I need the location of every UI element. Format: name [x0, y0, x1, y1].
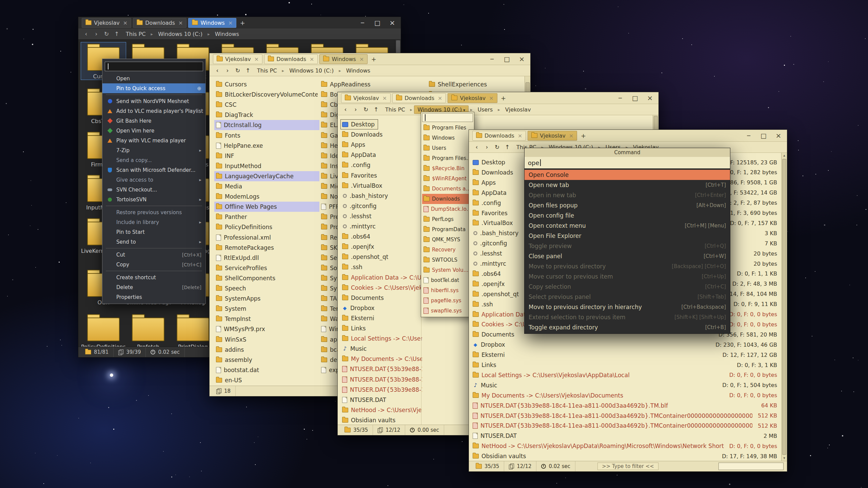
back-button[interactable]	[82, 30, 91, 37]
list-item[interactable]: ShellExperiences	[427, 79, 530, 89]
list-item[interactable]: BitLockerDiscoveryVolumeContents	[214, 89, 319, 100]
command-extend-selection-to-previous-item[interactable]: Extend selection to previous item[Shift+…	[525, 312, 730, 322]
tab-vjekoslav[interactable]: Vjekoslav	[448, 93, 497, 103]
list-item[interactable]: Cursors	[214, 79, 319, 89]
tree-item[interactable]: Eksterni	[340, 313, 424, 323]
command-toggle-expand-directory[interactable]: Toggle expand directory[Ctrl+B]	[525, 322, 730, 332]
command-open-in-new-tab[interactable]: Open in new tab[Ctrl+Enter]	[525, 190, 730, 200]
list-item[interactable]: LanguageOverlayCache	[214, 171, 319, 181]
tree-item[interactable]: .minttyrc	[340, 221, 424, 231]
command-open-config-file[interactable]: Open config file	[525, 210, 730, 221]
dropdown-item-dumpstack-log-tmp[interactable]: DumpStack.log.tmp	[422, 204, 473, 214]
tree-item[interactable]: ◆Dropbox	[340, 303, 424, 313]
tree-item[interactable]: Desktop	[340, 119, 378, 129]
command-move-to-previous-directory[interactable]: Move to previous directory[Backspace] [C…	[525, 261, 730, 271]
tree-item[interactable]: .ssh	[340, 262, 424, 272]
tab-close-icon[interactable]	[438, 95, 442, 101]
list-item[interactable]: System	[214, 304, 319, 314]
back-button[interactable]	[472, 144, 481, 150]
minimize-button[interactable]	[357, 19, 368, 27]
command-open-new-tab[interactable]: Open new tab[Ctrl+T]	[525, 180, 730, 190]
menu-item-svn-checkout[interactable]: SVN Checkout...	[102, 185, 205, 195]
list-item[interactable]: NetHood -> C:\Users\Vjekoslav\AppData\Ro…	[471, 441, 779, 451]
dropdown-item-pagefile-sys[interactable]: pagefile.sys	[422, 296, 473, 306]
tree-item[interactable]: .lesshst	[340, 211, 424, 221]
list-item[interactable]: Local Settings -> C:\Users\Vjekoslav\App…	[471, 370, 779, 380]
list-item[interactable]: ServiceProfiles	[214, 263, 319, 273]
tree-item[interactable]: NTUSER.DAT{53b39e88-18c4-11ea-a811-000d3…	[340, 374, 424, 385]
menu-item-7-zip[interactable]: 7-Zip	[102, 145, 205, 155]
new-tab-button[interactable]	[499, 94, 508, 102]
list-item[interactable]: DtcInstall.log	[214, 120, 319, 130]
tree-item[interactable]: Apps	[340, 140, 424, 150]
dropdown-item-windows[interactable]: Windows	[422, 133, 473, 143]
list-item[interactable]: NTUSER.DAT{53b39e88-18c4-11ea-a811-000d3…	[471, 411, 779, 421]
scrollbar[interactable]: ▴ ▾	[781, 153, 787, 461]
menu-item-include-in-library[interactable]: Include in library	[102, 217, 205, 227]
tab-close-icon[interactable]	[228, 20, 233, 26]
menu-item-send-to[interactable]: Send to	[102, 237, 205, 247]
folder-item[interactable]: PolicyDefinitions	[81, 313, 126, 347]
dropdown-filter-input[interactable]	[422, 113, 473, 122]
command-close-panel[interactable]: Close panel[Ctrl+W]	[525, 251, 730, 261]
dropdown-item-winreagent[interactable]: $WinREAgent	[422, 174, 473, 184]
tab-vjekoslav[interactable]: Vjekoslav	[341, 93, 391, 103]
menu-item-open[interactable]: Open	[102, 74, 205, 83]
up-button[interactable]	[372, 106, 380, 113]
list-item[interactable]: CSC	[214, 100, 319, 110]
palette-query-input[interactable]: ope	[525, 157, 730, 169]
tree-item[interactable]: NTUSER.DAT	[340, 395, 424, 405]
up-button[interactable]	[112, 30, 121, 37]
list-item[interactable]: NTUSER.DAT{53b39e88-18c4-11ea-a811-000d3…	[471, 401, 779, 411]
refresh-button[interactable]	[493, 144, 501, 150]
close-button[interactable]	[517, 55, 527, 63]
list-item[interactable]: ♪MusicD: 0, F: 1, 504 bytes	[471, 380, 779, 390]
list-item[interactable]: SystemApps	[214, 293, 319, 304]
command-move-cursor-to-previous-item[interactable]: Move cursor to previous item[Ctrl+Up]	[525, 271, 730, 282]
menu-item-open-vim-here[interactable]: Open Vim here	[102, 126, 205, 136]
breadcrumb-this-pc[interactable]: This PC	[122, 30, 149, 38]
forward-button[interactable]	[223, 67, 232, 74]
list-item[interactable]: en-US	[214, 375, 319, 385]
list-item[interactable]: Media	[214, 181, 319, 191]
menu-item-git-bash-here[interactable]: Git Bash Here	[102, 116, 205, 126]
list-item[interactable]: INF	[214, 151, 319, 161]
list-item[interactable]: assembly	[214, 355, 319, 365]
tree-item[interactable]: .openjfx	[340, 242, 424, 252]
menu-item-scan-with-microsoft-defender[interactable]: Scan with Microsoft Defender...	[102, 165, 205, 175]
folder-item[interactable]: PrintDialog	[171, 313, 215, 347]
tree-item[interactable]: NTUSER.DAT{53b39e88-18c4-11ea-a811-000d3…	[340, 364, 424, 374]
dropdown-item-swtools[interactable]: SWTOOLS	[422, 255, 473, 265]
menu-item-give-access-to[interactable]: Give access to	[102, 175, 205, 185]
maximize-button[interactable]	[630, 94, 640, 102]
tree-item[interactable]: .VirtualBox	[340, 181, 424, 191]
tree-item[interactable]: NetHood -> C:\Users\Vjekoslav\AppData\Ro…	[340, 405, 424, 415]
scroll-down-icon[interactable]: ▾	[782, 455, 787, 461]
forward-button[interactable]	[482, 144, 491, 150]
list-item[interactable]: bootstat.dat	[214, 365, 319, 375]
forward-button[interactable]	[351, 106, 360, 113]
list-item[interactable]: PolicyDefinitions	[214, 222, 319, 232]
menu-item-tortoisesvn[interactable]: TortoiseSVN	[102, 195, 205, 204]
tree-item[interactable]: NTUSER.DAT{53b39e88-18c4-11ea-a811-000d3…	[340, 385, 424, 395]
breadcrumb-users[interactable]: Users	[474, 105, 496, 114]
tree-item[interactable]: Application Data -> C:\Users\Vjekoslav\A…	[340, 272, 424, 283]
close-button[interactable]	[773, 131, 784, 140]
new-tab-button[interactable]	[369, 55, 378, 63]
dropdown-item-program-files[interactable]: Program Files	[422, 123, 473, 133]
list-item[interactable]: Obsidian vaultsD: 17, F: 149, 38 MB	[471, 451, 779, 461]
dropdown-item-programdata[interactable]: ProgramData	[422, 224, 473, 235]
menu-item-send-a-copy[interactable]: Send a copy...	[102, 155, 205, 165]
menu-item-cut[interactable]: Cut[Ctrl+X]	[102, 250, 205, 260]
tree-item[interactable]: .openshot_qt	[340, 252, 424, 262]
tree-item[interactable]: AppData	[340, 150, 424, 160]
new-tab-button[interactable]	[238, 19, 247, 27]
tab-vjekoslav[interactable]: Vjekoslav	[82, 18, 131, 28]
command-copy-selection[interactable]: Copy selection[Ctrl+C]	[525, 282, 730, 292]
list-item[interactable]: NTUSER.DAT{53b39e88-18c4-11ea-a811-000d3…	[471, 421, 779, 431]
breadcrumb-vjekoslav[interactable]: Vjekoslav	[502, 105, 534, 114]
scroll-up-icon[interactable]: ▴	[782, 153, 787, 158]
tree-item[interactable]: Links	[340, 323, 424, 333]
context-menu-filter-input[interactable]	[105, 62, 203, 71]
menu-item-add-to-vlc-media-player-s-playlist[interactable]: Add to VLC media player's Playlist	[102, 106, 205, 116]
